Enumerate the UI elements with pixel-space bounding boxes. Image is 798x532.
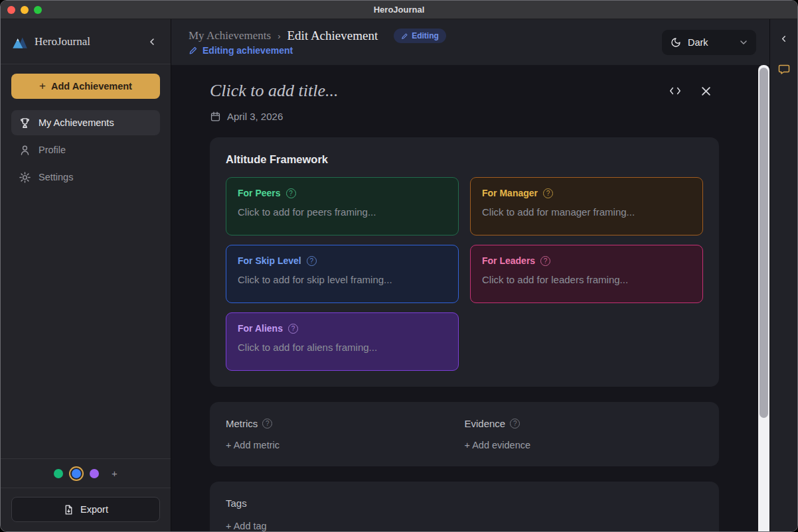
theme-mode-value: Dark xyxy=(688,37,733,48)
framing-placeholder: Click to add for peers framing... xyxy=(238,206,447,218)
editing-achievement-link[interactable]: Editing achievement xyxy=(189,45,446,56)
help-icon[interactable]: ? xyxy=(307,256,317,266)
close-window-button[interactable] xyxy=(7,6,15,14)
brand-name: HeroJournal xyxy=(35,35,90,48)
sidebar-item-label: Settings xyxy=(39,172,73,182)
comments-icon[interactable] xyxy=(777,62,791,76)
help-icon[interactable]: ? xyxy=(510,419,520,429)
framing-placeholder: Click to add for leaders framing... xyxy=(482,274,691,285)
editing-status-badge: Editing xyxy=(394,29,446,43)
framing-label: For Aliens xyxy=(238,323,283,334)
pencil-icon xyxy=(401,33,408,40)
add-metric-button[interactable]: + Add metric xyxy=(226,440,279,450)
sidebar-item-label: Profile xyxy=(39,145,66,155)
evidence-section: Evidence ? + Add evidence xyxy=(465,418,704,450)
sidebar-item-label: My Achievements xyxy=(39,117,114,128)
altitude-framework-card: Altitude Framework For Peers ? Click to … xyxy=(210,137,719,387)
brand: HeroJournal xyxy=(11,33,144,50)
framing-box-peers[interactable]: For Peers ? Click to add for peers frami… xyxy=(226,177,459,235)
breadcrumb-separator-icon: › xyxy=(278,31,280,41)
framing-placeholder: Click to add for skip level framing... xyxy=(238,274,447,285)
framing-box-manager[interactable]: For Manager ? Click to add for manager f… xyxy=(470,177,703,235)
achievement-title-input[interactable]: Click to add title... xyxy=(210,81,669,101)
achievement-date[interactable]: April 3, 2026 xyxy=(210,111,719,122)
plus-icon: + xyxy=(39,80,46,93)
framing-placeholder: Click to add for aliens framing... xyxy=(238,342,447,353)
rail-collapse-icon[interactable] xyxy=(780,35,787,42)
help-icon[interactable]: ? xyxy=(288,324,298,334)
metrics-section: Metrics ? + Add metric xyxy=(226,418,465,450)
top-header: My Achievements › Edit Achievement Editi… xyxy=(171,19,769,65)
theme-dots-row: + xyxy=(1,458,171,488)
evidence-label: Evidence xyxy=(465,418,506,429)
framing-box-aliens[interactable]: For Aliens ? Click to add for aliens fra… xyxy=(226,312,459,371)
framing-placeholder: Click to add for manager framing... xyxy=(482,206,691,218)
pencil-icon xyxy=(189,46,198,55)
add-evidence-button[interactable]: + Add evidence xyxy=(465,440,531,450)
sidebar-nav: My Achievements Profile xyxy=(11,110,160,190)
add-tag-button[interactable]: + Add tag xyxy=(226,521,267,531)
framing-label: For Peers xyxy=(238,188,281,198)
code-view-icon[interactable] xyxy=(669,86,681,96)
framework-heading: Altitude Framework xyxy=(226,153,703,166)
add-achievement-label: Add Achievement xyxy=(51,81,132,92)
trophy-icon xyxy=(19,117,31,129)
framing-label: For Skip Level xyxy=(238,255,301,266)
moon-icon xyxy=(671,37,681,48)
chevron-down-icon xyxy=(740,38,748,46)
macos-titlebar: HeroJournal xyxy=(1,1,797,19)
minimize-window-button[interactable] xyxy=(21,6,29,14)
sidebar-collapse-icon[interactable] xyxy=(144,36,160,47)
person-icon xyxy=(19,144,31,157)
date-value: April 3, 2026 xyxy=(227,111,283,122)
help-icon[interactable]: ? xyxy=(286,188,296,198)
breadcrumb-current: Edit Achievement xyxy=(287,29,378,43)
sidebar-item-profile[interactable]: Profile xyxy=(11,137,160,163)
metrics-evidence-card: Metrics ? + Add metric Evidence ? + Add … xyxy=(210,402,719,466)
framing-box-leaders[interactable]: For Leaders ? Click to add for leaders f… xyxy=(470,245,703,303)
tags-card: Tags + Add tag xyxy=(210,482,719,531)
framing-label: For Leaders xyxy=(482,255,535,266)
traffic-lights[interactable] xyxy=(7,6,42,14)
scrollbar-thumb[interactable] xyxy=(759,68,768,418)
theme-mode-dropdown[interactable]: Dark xyxy=(662,30,756,55)
metrics-label: Metrics xyxy=(226,418,258,429)
sidebar: HeroJournal + Add Achievement xyxy=(1,19,171,531)
sidebar-header: HeroJournal xyxy=(1,19,171,64)
framing-box-skip-level[interactable]: For Skip Level ? Click to add for skip l… xyxy=(226,245,459,303)
tags-label: Tags xyxy=(226,498,247,509)
help-icon[interactable]: ? xyxy=(543,188,553,198)
add-achievement-button[interactable]: + Add Achievement xyxy=(11,74,160,99)
close-icon[interactable] xyxy=(701,86,711,96)
breadcrumb-parent[interactable]: My Achievements xyxy=(189,29,271,42)
export-label: Export xyxy=(80,504,108,515)
calendar-icon xyxy=(210,111,221,122)
theme-dot-purple[interactable] xyxy=(90,469,99,478)
sidebar-item-settings[interactable]: Settings xyxy=(11,165,160,190)
export-file-icon xyxy=(63,504,74,515)
editor-content: Click to add title... xyxy=(171,65,769,531)
vertical-scrollbar[interactable] xyxy=(758,65,769,531)
herojournal-logo-icon xyxy=(11,33,29,50)
help-icon[interactable]: ? xyxy=(540,256,550,266)
help-icon[interactable]: ? xyxy=(262,419,272,429)
app-window: HeroJournal HeroJournal xyxy=(0,0,798,532)
theme-dot-green[interactable] xyxy=(54,469,63,478)
gear-icon xyxy=(19,171,31,184)
window-title: HeroJournal xyxy=(1,5,797,15)
sidebar-footer: Export xyxy=(1,488,171,531)
theme-dot-blue-selected[interactable] xyxy=(72,469,81,478)
framing-label: For Manager xyxy=(482,188,538,198)
export-button[interactable]: Export xyxy=(11,497,160,522)
right-rail xyxy=(769,19,797,531)
sidebar-item-my-achievements[interactable]: My Achievements xyxy=(11,110,160,135)
zoom-window-button[interactable] xyxy=(34,6,42,14)
add-theme-button[interactable]: + xyxy=(112,468,118,479)
